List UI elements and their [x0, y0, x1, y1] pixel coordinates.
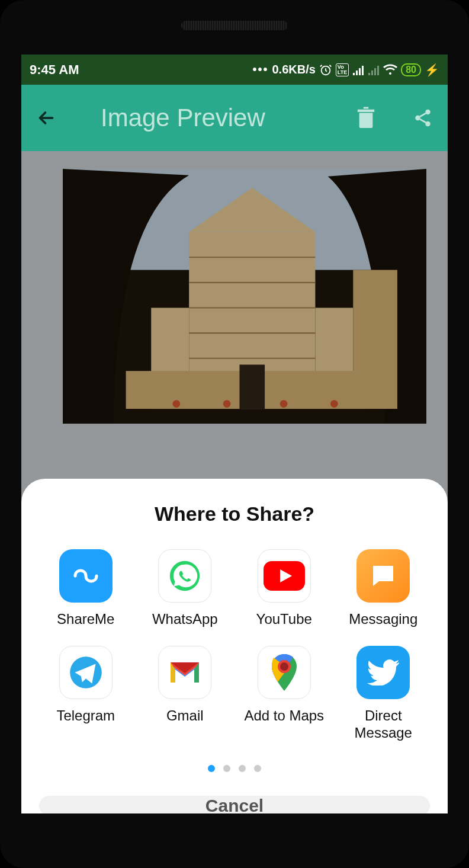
svg-point-2	[415, 116, 420, 121]
page-dot-3[interactable]	[239, 765, 246, 772]
share-item-twitter-dm[interactable]: Direct Message	[337, 646, 431, 742]
messaging-icon	[356, 549, 410, 603]
gmail-icon	[158, 646, 211, 699]
share-item-label: Telegram	[56, 707, 115, 725]
volte-icon: VoLTE	[336, 63, 349, 76]
screen: 9:45 AM ••• 0.6KB/s VoLTE 80 ⚡	[21, 55, 448, 813]
app-bar: Image Preview	[21, 85, 448, 151]
page-indicator	[39, 765, 430, 772]
cancel-button[interactable]: Cancel	[39, 796, 430, 813]
share-button[interactable]	[409, 104, 437, 132]
twitter-icon	[356, 646, 410, 699]
charging-icon: ⚡	[425, 63, 439, 77]
content-area: Where to Share? ShareMe WhatsApp	[21, 151, 448, 813]
share-item-shareme[interactable]: ShareMe	[39, 549, 133, 628]
svg-point-1	[425, 110, 431, 115]
battery-icon: 80	[401, 63, 421, 76]
back-button[interactable]	[32, 104, 60, 132]
device-frame: 9:45 AM ••• 0.6KB/s VoLTE 80 ⚡	[0, 0, 469, 868]
share-item-maps[interactable]: Add to Maps	[237, 646, 331, 742]
page-title: Image Preview	[101, 104, 265, 132]
share-item-label: WhatsApp	[152, 611, 218, 628]
page-dot-2[interactable]	[223, 765, 230, 772]
share-item-gmail[interactable]: Gmail	[139, 646, 232, 742]
status-right: ••• 0.6KB/s VoLTE 80 ⚡	[252, 63, 439, 77]
speaker-grille	[181, 21, 288, 30]
battery-level: 80	[406, 65, 416, 75]
share-item-telegram[interactable]: Telegram	[39, 646, 133, 742]
share-sheet: Where to Share? ShareMe WhatsApp	[21, 479, 448, 813]
status-bar: 9:45 AM ••• 0.6KB/s VoLTE 80 ⚡	[21, 55, 448, 85]
share-icon	[413, 108, 433, 128]
trash-icon	[356, 106, 376, 130]
telegram-icon	[59, 646, 113, 699]
cancel-label: Cancel	[205, 796, 264, 813]
share-item-youtube[interactable]: YouTube	[237, 549, 331, 628]
share-item-label: Add to Maps	[244, 707, 324, 725]
share-item-label: Gmail	[166, 707, 204, 725]
page-dot-1[interactable]	[208, 765, 215, 772]
share-item-label: ShareMe	[57, 611, 114, 628]
svg-point-3	[425, 121, 431, 127]
wifi-icon	[383, 64, 397, 76]
status-time: 9:45 AM	[30, 62, 79, 78]
signal-icon-2	[368, 65, 380, 75]
share-grid: ShareMe WhatsApp YouTube	[39, 549, 430, 741]
page-dot-4[interactable]	[254, 765, 261, 772]
share-item-messaging[interactable]: Messaging	[337, 549, 431, 628]
signal-icon	[352, 65, 364, 75]
share-item-label: Messaging	[349, 611, 417, 628]
back-arrow-icon	[36, 107, 57, 129]
svg-point-26	[280, 662, 288, 671]
status-dots: •••	[252, 63, 268, 76]
youtube-icon	[258, 549, 311, 603]
delete-button[interactable]	[352, 104, 380, 132]
maps-icon	[258, 646, 311, 699]
share-item-label: Direct Message	[337, 707, 431, 742]
share-item-whatsapp[interactable]: WhatsApp	[139, 549, 232, 628]
alarm-icon	[319, 63, 332, 76]
share-sheet-title: Where to Share?	[39, 502, 430, 526]
shareme-icon	[59, 549, 113, 603]
status-net-speed: 0.6KB/s	[272, 63, 315, 76]
whatsapp-icon	[158, 549, 211, 603]
share-item-label: YouTube	[256, 611, 312, 628]
